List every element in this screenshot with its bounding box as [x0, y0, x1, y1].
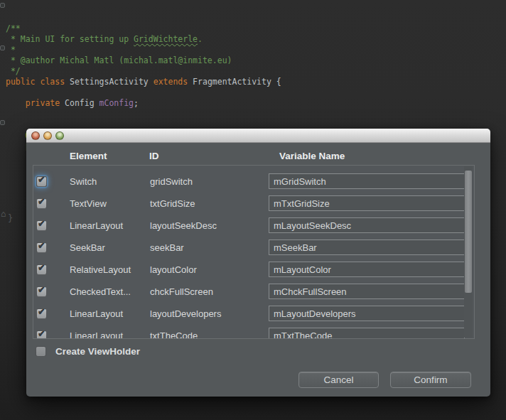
checkmark-icon: ✔ — [38, 284, 45, 295]
checkmark-icon: ✔ — [38, 174, 45, 185]
column-header-id: ID — [149, 151, 159, 161]
create-viewholder-label: Create ViewHolder — [55, 346, 140, 357]
row-checkbox[interactable]: ✔ — [36, 264, 47, 275]
row-checkbox[interactable]: ✔ — [36, 242, 47, 253]
row-checkbox[interactable]: ✔ — [36, 308, 47, 319]
row-checkbox[interactable]: ✔ — [36, 330, 47, 339]
table-row: ✔SwitchgridSwitch — [33, 171, 474, 193]
variable-name-input[interactable] — [269, 239, 465, 255]
cell-id: layoutSeekDesc — [150, 220, 264, 231]
variable-name-input[interactable] — [269, 306, 465, 321]
window-close-icon[interactable] — [31, 131, 40, 140]
cell-id: txtTheCode — [150, 330, 264, 339]
field-generation-dialog: Element ID Variable Name ✔SwitchgridSwit… — [26, 129, 490, 397]
cell-element: RelativeLayout — [70, 264, 145, 275]
checkmark-icon: ✔ — [38, 306, 45, 317]
variable-name-input[interactable] — [269, 195, 465, 211]
checkmark-icon: ✔ — [38, 218, 45, 229]
column-header-element: Element — [70, 151, 107, 161]
variable-name-input[interactable] — [269, 284, 465, 299]
cell-element: CheckedText... — [70, 286, 145, 297]
cell-id: seekBar — [150, 242, 264, 253]
code-line: * — [6, 45, 506, 55]
create-viewholder-checkbox[interactable] — [36, 346, 46, 357]
table-row: ✔LinearLayoutlayoutSeekDesc — [33, 215, 474, 237]
code-line: */ — [6, 66, 506, 77]
checkmark-icon: ✔ — [38, 328, 45, 339]
cell-id: layoutColor — [150, 264, 264, 275]
variable-name-input[interactable] — [269, 262, 465, 277]
fold-marker-icon[interactable] — [0, 45, 5, 50]
code-line: public class SettingsActivity extends Fr… — [6, 77, 506, 87]
cell-element: LinearLayout — [70, 330, 145, 339]
row-checkbox[interactable]: ✔ — [36, 220, 47, 231]
variable-name-input[interactable] — [269, 217, 465, 233]
fold-marker-icon[interactable] — [0, 120, 5, 125]
window-minimize-icon[interactable] — [43, 131, 52, 140]
table-row: ✔SeekBarseekBar — [33, 237, 474, 259]
code-line: private Config mConfig; — [6, 98, 506, 109]
cell-id: chckFullScreen — [150, 286, 264, 297]
row-checkbox[interactable]: ✔ — [36, 176, 47, 187]
table-scrollbar-thumb[interactable] — [465, 171, 472, 293]
cell-element: LinearLayout — [70, 220, 145, 231]
window-zoom-icon[interactable] — [55, 131, 64, 140]
checkmark-icon: ✔ — [38, 196, 45, 207]
cell-element: SeekBar — [70, 242, 145, 253]
cell-element: LinearLayout — [70, 308, 145, 319]
variable-name-input[interactable] — [269, 328, 465, 339]
cell-id: gridSwitch — [150, 176, 264, 187]
cancel-button[interactable]: Cancel — [298, 372, 379, 388]
confirm-button[interactable]: Confirm — [390, 372, 471, 388]
cell-element: Switch — [70, 176, 145, 187]
table-row: ✔CheckedText...chckFullScreen — [33, 281, 474, 303]
fold-marker-icon[interactable] — [0, 3, 5, 8]
table-row: ✔LinearLayouttxtTheCode — [33, 325, 474, 339]
cell-id: layoutDevelopers — [150, 308, 264, 319]
table-row: ✔RelativeLayoutlayoutColor — [33, 259, 474, 281]
table-rows: ✔SwitchgridSwitch✔TextViewtxtGridSize✔Li… — [33, 166, 474, 339]
checkmark-icon: ✔ — [38, 240, 45, 251]
checkmark-icon: ✔ — [38, 262, 45, 273]
code-line: /** — [6, 23, 506, 34]
elements-table: ✔SwitchgridSwitch✔TextViewtxtGridSize✔Li… — [33, 165, 475, 339]
column-header-variable-name: Variable Name — [279, 151, 345, 161]
table-scrollbar-track[interactable] — [464, 166, 473, 338]
code-line: * @author Michal Matl (michal.matl@inmit… — [6, 55, 506, 66]
table-row: ✔TextViewtxtGridSize — [33, 193, 474, 215]
code-line — [6, 109, 506, 119]
cell-element: TextView — [70, 198, 145, 209]
cell-id: txtGridSize — [150, 198, 264, 209]
brace-glyph: } — [8, 213, 13, 224]
variable-name-input[interactable] — [269, 173, 465, 189]
code-line: * Main UI for setting up GridWichterle. — [6, 34, 506, 45]
fold-region-icon: ⌂ — [1, 209, 6, 220]
table-row: ✔LinearLayoutlayoutDevelopers — [33, 303, 474, 325]
row-checkbox[interactable]: ✔ — [36, 198, 47, 209]
row-checkbox[interactable]: ✔ — [36, 286, 47, 297]
dialog-titlebar[interactable] — [26, 129, 490, 143]
code-line — [6, 87, 506, 98]
